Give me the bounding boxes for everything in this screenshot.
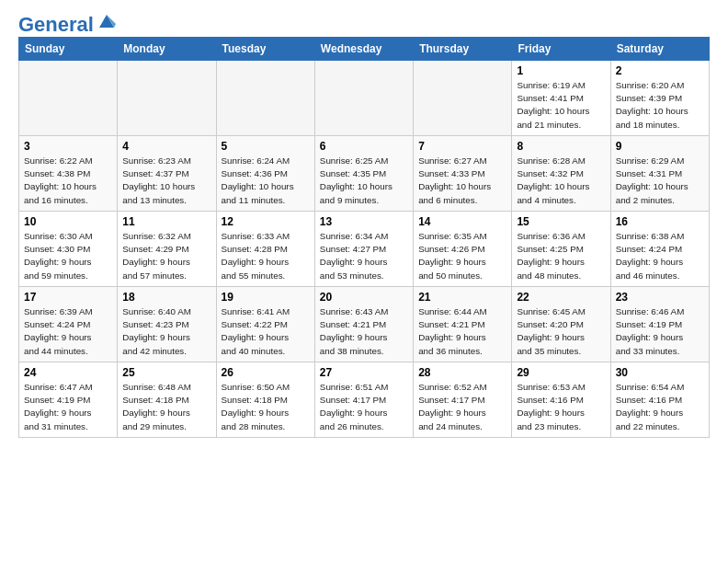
- calendar-cell: 13Sunrise: 6:34 AM Sunset: 4:27 PM Dayli…: [314, 212, 413, 287]
- day-number: 30: [616, 366, 704, 379]
- calendar-cell: 22Sunrise: 6:45 AM Sunset: 4:20 PM Dayli…: [512, 287, 610, 362]
- day-info: Sunrise: 6:32 AM Sunset: 4:29 PM Dayligh…: [122, 230, 210, 282]
- calendar-cell: 7Sunrise: 6:27 AM Sunset: 4:33 PM Daylig…: [414, 136, 512, 212]
- day-number: 25: [122, 366, 210, 379]
- day-info: Sunrise: 6:27 AM Sunset: 4:33 PM Dayligh…: [418, 155, 506, 207]
- day-info: Sunrise: 6:50 AM Sunset: 4:18 PM Dayligh…: [222, 381, 310, 433]
- day-info: Sunrise: 6:39 AM Sunset: 4:24 PM Dayligh…: [24, 305, 112, 358]
- calendar-cell: 14Sunrise: 6:35 AM Sunset: 4:26 PM Dayli…: [414, 212, 512, 287]
- calendar-cell: 4Sunrise: 6:23 AM Sunset: 4:37 PM Daylig…: [118, 136, 216, 212]
- logo-text: General: [18, 15, 94, 35]
- day-number: 19: [222, 291, 310, 304]
- calendar-cell: 30Sunrise: 6:54 AM Sunset: 4:16 PM Dayli…: [610, 362, 709, 438]
- calendar-cell: 9Sunrise: 6:29 AM Sunset: 4:31 PM Daylig…: [610, 136, 709, 212]
- day-number: 27: [320, 366, 408, 379]
- week-row-2: 3Sunrise: 6:22 AM Sunset: 4:38 PM Daylig…: [19, 136, 710, 212]
- header: General: [18, 15, 710, 31]
- logo: General: [18, 15, 116, 31]
- calendar-cell: 12Sunrise: 6:33 AM Sunset: 4:28 PM Dayli…: [216, 212, 314, 287]
- day-info: Sunrise: 6:38 AM Sunset: 4:24 PM Dayligh…: [616, 230, 704, 282]
- calendar-cell: 29Sunrise: 6:53 AM Sunset: 4:16 PM Dayli…: [512, 362, 610, 438]
- calendar-cell: 28Sunrise: 6:52 AM Sunset: 4:17 PM Dayli…: [414, 362, 512, 438]
- week-row-1: 1Sunrise: 6:19 AM Sunset: 4:41 PM Daylig…: [19, 61, 710, 136]
- calendar-cell: 18Sunrise: 6:40 AM Sunset: 4:23 PM Dayli…: [118, 287, 216, 362]
- calendar-cell: 11Sunrise: 6:32 AM Sunset: 4:29 PM Dayli…: [118, 212, 216, 287]
- day-info: Sunrise: 6:51 AM Sunset: 4:17 PM Dayligh…: [320, 381, 408, 433]
- day-info: Sunrise: 6:30 AM Sunset: 4:30 PM Dayligh…: [24, 230, 112, 282]
- day-number: 21: [418, 291, 506, 304]
- day-info: Sunrise: 6:25 AM Sunset: 4:35 PM Dayligh…: [320, 155, 408, 207]
- day-number: 23: [616, 291, 704, 304]
- day-number: 1: [517, 64, 605, 77]
- day-info: Sunrise: 6:33 AM Sunset: 4:28 PM Dayligh…: [222, 230, 310, 282]
- calendar-cell: 23Sunrise: 6:46 AM Sunset: 4:19 PM Dayli…: [610, 287, 709, 362]
- calendar-cell: 6Sunrise: 6:25 AM Sunset: 4:35 PM Daylig…: [314, 136, 413, 212]
- calendar-cell: 26Sunrise: 6:50 AM Sunset: 4:18 PM Dayli…: [216, 362, 314, 438]
- day-info: Sunrise: 6:36 AM Sunset: 4:25 PM Dayligh…: [517, 230, 605, 282]
- calendar-cell: 17Sunrise: 6:39 AM Sunset: 4:24 PM Dayli…: [19, 287, 118, 362]
- calendar-cell: 16Sunrise: 6:38 AM Sunset: 4:24 PM Dayli…: [610, 212, 709, 287]
- calendar-cell: 10Sunrise: 6:30 AM Sunset: 4:30 PM Dayli…: [19, 212, 118, 287]
- day-number: 3: [24, 140, 112, 153]
- calendar-cell: [118, 61, 216, 136]
- calendar-cell: 15Sunrise: 6:36 AM Sunset: 4:25 PM Dayli…: [512, 212, 610, 287]
- day-number: 9: [616, 140, 704, 153]
- day-info: Sunrise: 6:52 AM Sunset: 4:17 PM Dayligh…: [418, 381, 506, 433]
- day-info: Sunrise: 6:35 AM Sunset: 4:26 PM Dayligh…: [418, 230, 506, 282]
- day-number: 20: [320, 291, 408, 304]
- day-info: Sunrise: 6:48 AM Sunset: 4:18 PM Dayligh…: [122, 381, 210, 433]
- day-info: Sunrise: 6:53 AM Sunset: 4:16 PM Dayligh…: [517, 381, 605, 433]
- day-info: Sunrise: 6:28 AM Sunset: 4:32 PM Dayligh…: [517, 155, 605, 207]
- day-info: Sunrise: 6:43 AM Sunset: 4:21 PM Dayligh…: [320, 305, 408, 358]
- calendar-cell: 19Sunrise: 6:41 AM Sunset: 4:22 PM Dayli…: [216, 287, 314, 362]
- day-number: 5: [222, 140, 310, 153]
- day-number: 12: [222, 215, 310, 228]
- day-info: Sunrise: 6:47 AM Sunset: 4:19 PM Dayligh…: [24, 381, 112, 433]
- day-info: Sunrise: 6:54 AM Sunset: 4:16 PM Dayligh…: [616, 381, 704, 433]
- day-number: 18: [122, 291, 210, 304]
- calendar-cell: 2Sunrise: 6:20 AM Sunset: 4:39 PM Daylig…: [610, 61, 709, 136]
- calendar-cell: 8Sunrise: 6:28 AM Sunset: 4:32 PM Daylig…: [512, 136, 610, 212]
- day-number: 26: [222, 366, 310, 379]
- weekday-header-friday: Friday: [512, 38, 610, 61]
- calendar-cell: 20Sunrise: 6:43 AM Sunset: 4:21 PM Dayli…: [314, 287, 413, 362]
- page: General SundayMondayTuesdayWednesdayThur…: [0, 0, 728, 563]
- day-info: Sunrise: 6:29 AM Sunset: 4:31 PM Dayligh…: [616, 155, 704, 207]
- weekday-header-tuesday: Tuesday: [216, 38, 314, 61]
- weekday-header-wednesday: Wednesday: [314, 38, 413, 61]
- day-number: 14: [418, 215, 506, 228]
- day-number: 29: [517, 366, 605, 379]
- day-number: 16: [616, 215, 704, 228]
- week-row-3: 10Sunrise: 6:30 AM Sunset: 4:30 PM Dayli…: [19, 212, 710, 287]
- day-info: Sunrise: 6:19 AM Sunset: 4:41 PM Dayligh…: [517, 79, 605, 132]
- calendar-cell: 27Sunrise: 6:51 AM Sunset: 4:17 PM Dayli…: [314, 362, 413, 438]
- calendar-cell: 21Sunrise: 6:44 AM Sunset: 4:21 PM Dayli…: [414, 287, 512, 362]
- calendar-cell: 1Sunrise: 6:19 AM Sunset: 4:41 PM Daylig…: [512, 61, 610, 136]
- day-number: 24: [24, 366, 112, 379]
- calendar-cell: [19, 61, 118, 136]
- day-number: 15: [517, 215, 605, 228]
- day-number: 7: [418, 140, 506, 153]
- weekday-header-monday: Monday: [118, 38, 216, 61]
- week-row-5: 24Sunrise: 6:47 AM Sunset: 4:19 PM Dayli…: [19, 362, 710, 438]
- day-number: 13: [320, 215, 408, 228]
- weekday-header-row: SundayMondayTuesdayWednesdayThursdayFrid…: [19, 38, 710, 61]
- day-number: 11: [122, 215, 210, 228]
- day-number: 6: [320, 140, 408, 153]
- day-info: Sunrise: 6:34 AM Sunset: 4:27 PM Dayligh…: [320, 230, 408, 282]
- day-info: Sunrise: 6:45 AM Sunset: 4:20 PM Dayligh…: [517, 305, 605, 358]
- day-number: 17: [24, 291, 112, 304]
- day-info: Sunrise: 6:41 AM Sunset: 4:22 PM Dayligh…: [222, 305, 310, 358]
- calendar-cell: 24Sunrise: 6:47 AM Sunset: 4:19 PM Dayli…: [19, 362, 118, 438]
- day-number: 22: [517, 291, 605, 304]
- calendar-cell: 5Sunrise: 6:24 AM Sunset: 4:36 PM Daylig…: [216, 136, 314, 212]
- day-number: 2: [616, 64, 704, 77]
- day-info: Sunrise: 6:24 AM Sunset: 4:36 PM Dayligh…: [222, 155, 310, 207]
- day-number: 28: [418, 366, 506, 379]
- calendar-cell: [414, 61, 512, 136]
- day-info: Sunrise: 6:44 AM Sunset: 4:21 PM Dayligh…: [418, 305, 506, 358]
- week-row-4: 17Sunrise: 6:39 AM Sunset: 4:24 PM Dayli…: [19, 287, 710, 362]
- weekday-header-thursday: Thursday: [414, 38, 512, 61]
- calendar-cell: [314, 61, 413, 136]
- day-number: 8: [517, 140, 605, 153]
